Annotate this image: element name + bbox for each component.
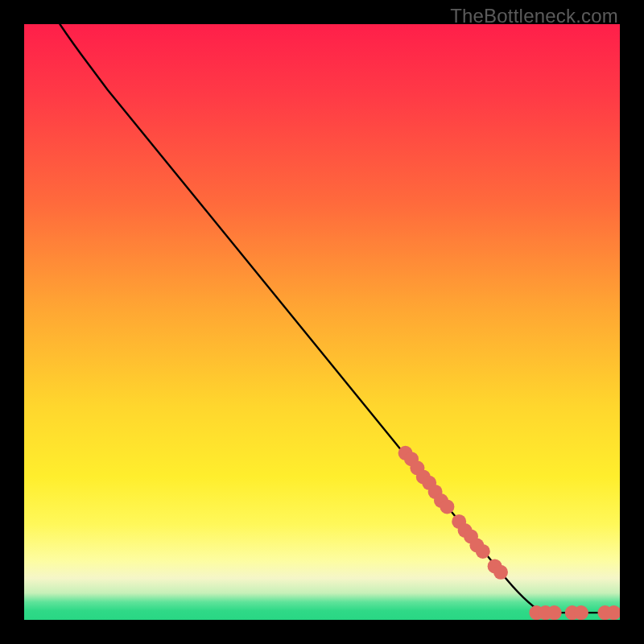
- chart-svg: [24, 24, 620, 620]
- marker-dot: [434, 493, 448, 508]
- marker-dot: [493, 565, 508, 580]
- marker-dot: [547, 605, 562, 620]
- chart-frame: TheBottleneck.com: [0, 0, 644, 644]
- marker-dot: [476, 544, 490, 559]
- marker-dot: [416, 469, 431, 484]
- plot-area: [24, 24, 620, 620]
- marker-dot: [464, 529, 478, 543]
- marker-dot: [422, 476, 436, 490]
- marker-dot: [398, 446, 413, 460]
- marker-dot: [404, 452, 419, 466]
- marker-dot: [440, 499, 454, 514]
- marker-dot: [574, 605, 588, 620]
- marker-dot: [428, 485, 443, 499]
- curve-markers: [398, 446, 620, 620]
- marker-dot: [607, 605, 620, 620]
- marker-dot: [488, 559, 502, 573]
- marker-dot: [598, 605, 613, 620]
- curve-line: [60, 24, 620, 613]
- marker-dot: [410, 460, 424, 475]
- marker-dot: [539, 605, 553, 620]
- marker-dot: [452, 514, 466, 529]
- marker-dot: [458, 523, 473, 538]
- marker-dot: [565, 605, 580, 620]
- marker-dot: [469, 539, 484, 553]
- marker-dot: [529, 605, 543, 620]
